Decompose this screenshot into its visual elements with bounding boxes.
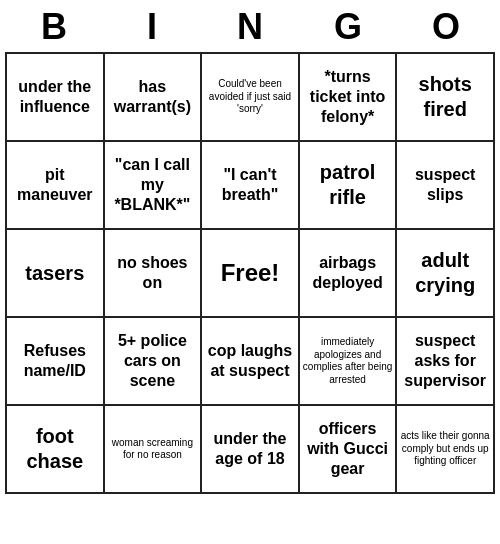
bingo-cell-1: has warrant(s)	[105, 54, 203, 142]
bingo-cell-3: *turns ticket into felony*	[300, 54, 398, 142]
bingo-letter-i: I	[108, 6, 196, 48]
bingo-cell-22: under the age of 18	[202, 406, 300, 494]
bingo-cell-4: shots fired	[397, 54, 495, 142]
bingo-cell-17: cop laughs at suspect	[202, 318, 300, 406]
bingo-cell-16: 5+ police cars on scene	[105, 318, 203, 406]
bingo-cell-18: immediately apologizes and complies afte…	[300, 318, 398, 406]
bingo-cell-9: suspect slips	[397, 142, 495, 230]
bingo-grid: under the influencehas warrant(s)Could'v…	[5, 52, 495, 494]
bingo-title: BINGO	[5, 0, 495, 52]
bingo-cell-21: woman screaming for no reason	[105, 406, 203, 494]
bingo-cell-19: suspect asks for supervisor	[397, 318, 495, 406]
bingo-cell-10: tasers	[7, 230, 105, 318]
bingo-letter-g: G	[304, 6, 392, 48]
bingo-cell-20: foot chase	[7, 406, 105, 494]
bingo-cell-6: "can I call my *BLANK*"	[105, 142, 203, 230]
bingo-cell-23: officers with Gucci gear	[300, 406, 398, 494]
bingo-cell-14: adult crying	[397, 230, 495, 318]
bingo-cell-12: Free!	[202, 230, 300, 318]
bingo-cell-5: pit maneuver	[7, 142, 105, 230]
bingo-cell-8: patrol rifle	[300, 142, 398, 230]
bingo-cell-24: acts like their gonna comply but ends up…	[397, 406, 495, 494]
bingo-cell-15: Refuses name/ID	[7, 318, 105, 406]
bingo-letter-o: O	[402, 6, 490, 48]
bingo-cell-0: under the influence	[7, 54, 105, 142]
bingo-cell-2: Could've been avoided if just said 'sorr…	[202, 54, 300, 142]
bingo-cell-13: airbags deployed	[300, 230, 398, 318]
bingo-cell-11: no shoes on	[105, 230, 203, 318]
bingo-letter-n: N	[206, 6, 294, 48]
bingo-cell-7: "I can't breath"	[202, 142, 300, 230]
bingo-letter-b: B	[10, 6, 98, 48]
